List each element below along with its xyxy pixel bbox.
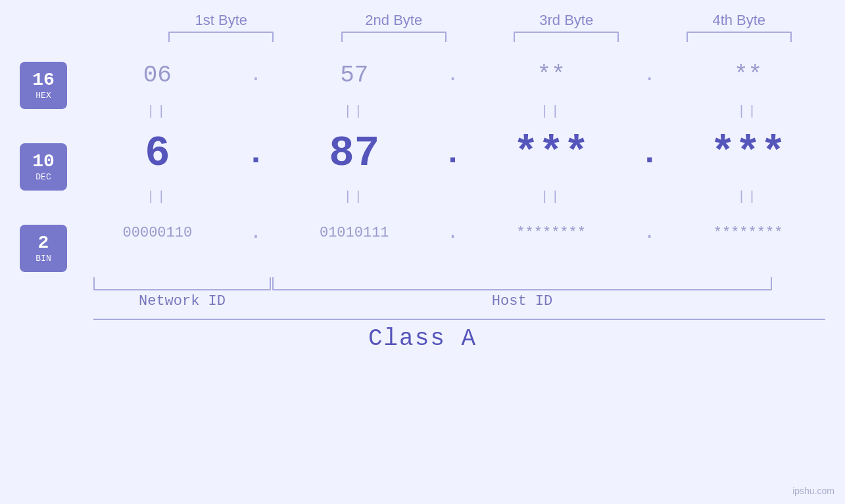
- dec-byte-3: ***: [485, 130, 617, 177]
- bracket-3: [514, 32, 619, 42]
- badge-bin-label: BIN: [36, 254, 51, 263]
- badge-hex-num: 16: [32, 70, 55, 91]
- byte-headers: 1st Byte 2nd Byte 3rd Byte 4th Byte: [135, 12, 825, 29]
- bin-dot-2: .: [443, 221, 462, 244]
- hex-dot-2: .: [443, 64, 462, 86]
- dec-row: 6 . 87 . *** . ***: [80, 121, 825, 187]
- dec-byte-1: 6: [91, 130, 223, 177]
- network-bracket: [93, 277, 271, 290]
- eq-2-4: ||: [683, 189, 814, 204]
- bin-dot-1: .: [246, 221, 266, 244]
- bin-dot-3: .: [640, 221, 660, 244]
- rows-area: 06 . 57 . ** . ** || || || || 6 .: [80, 49, 825, 259]
- hex-dot-3: .: [640, 64, 660, 86]
- labels-row: Network ID Host ID: [93, 293, 825, 309]
- eq-1-4: ||: [683, 104, 814, 119]
- eq-2-2: ||: [289, 189, 420, 204]
- bin-row: 00000110 . 01010111 . ******** . *******…: [80, 206, 825, 259]
- bin-byte-1: 00000110: [91, 225, 223, 241]
- network-id-label: Network ID: [93, 293, 271, 309]
- eq-1-3: ||: [485, 104, 617, 119]
- host-bracket: [272, 277, 772, 290]
- badge-dec-label: DEC: [36, 172, 51, 182]
- bottom-brackets: [93, 277, 825, 290]
- eq-1-1: ||: [91, 104, 223, 119]
- byte-label-1: 1st Byte: [155, 12, 287, 29]
- dec-dot-2: .: [443, 137, 462, 170]
- badge-hex: 16 HEX: [20, 62, 67, 109]
- dec-byte-2: 87: [289, 130, 420, 177]
- hex-byte-1: 06: [91, 62, 223, 89]
- watermark: ipshu.com: [792, 486, 834, 496]
- main-container: 1st Byte 2nd Byte 3rd Byte 4th Byte 16 H…: [0, 0, 845, 504]
- bin-byte-2: 01010111: [289, 225, 420, 241]
- equals-row-1: || || || ||: [80, 101, 825, 121]
- dec-dot-1: .: [246, 137, 266, 170]
- eq-2-1: ||: [91, 189, 223, 204]
- host-id-label: Host ID: [272, 293, 772, 309]
- badge-dec: 10 DEC: [20, 143, 67, 191]
- hex-byte-4: **: [683, 62, 814, 89]
- top-bracket-row: [0, 32, 845, 42]
- badge-column: 16 HEX 10 DEC 2 BIN: [20, 62, 67, 272]
- hex-byte-2: 57: [289, 62, 420, 89]
- class-label: Class A: [368, 325, 477, 352]
- byte-label-2: 2nd Byte: [328, 12, 460, 29]
- hex-byte-3: **: [485, 62, 617, 89]
- byte-header-row: 1st Byte 2nd Byte 3rd Byte 4th Byte: [0, 0, 845, 29]
- bracket-4: [687, 32, 792, 42]
- top-brackets: [135, 32, 825, 42]
- bracket-2: [341, 32, 447, 42]
- bracket-1: [168, 32, 274, 42]
- byte-label-4: 4th Byte: [673, 12, 805, 29]
- content-area: 16 HEX 10 DEC 2 BIN 06 . 57 . ** . **: [0, 49, 845, 272]
- eq-2-3: ||: [485, 189, 617, 204]
- class-line-area: Class A: [0, 319, 845, 352]
- class-label-row: Class A: [20, 325, 825, 352]
- badge-bin-num: 2: [38, 233, 49, 254]
- dec-dot-3: .: [640, 137, 660, 170]
- eq-1-2: ||: [289, 104, 420, 119]
- badge-hex-label: HEX: [36, 91, 51, 101]
- class-line: [93, 319, 825, 320]
- hex-row: 06 . 57 . ** . **: [80, 49, 825, 101]
- byte-label-3: 3rd Byte: [500, 12, 632, 29]
- bottom-bracket-area: Network ID Host ID: [0, 277, 845, 309]
- hex-dot-1: .: [246, 64, 266, 86]
- bin-byte-4: ********: [683, 225, 814, 241]
- badge-dec-num: 10: [32, 152, 55, 172]
- equals-row-2: || || || ||: [80, 187, 825, 206]
- dec-byte-4: ***: [683, 130, 814, 177]
- bin-byte-3: ********: [485, 225, 617, 241]
- badge-bin: 2 BIN: [20, 225, 67, 272]
